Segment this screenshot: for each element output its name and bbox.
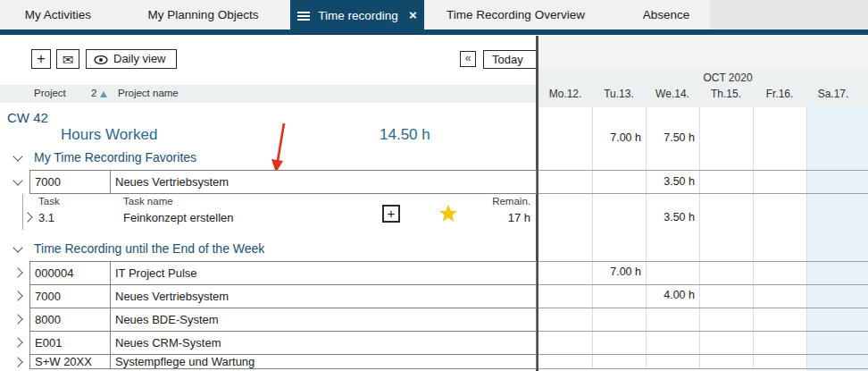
tab-time-recording-label: Time recording xyxy=(318,9,398,22)
collapse-week-section-icon[interactable] xyxy=(13,242,22,252)
eye-icon xyxy=(94,55,108,65)
row-day-values: 7.00 h xyxy=(0,266,868,282)
tab-absence[interactable]: Absence xyxy=(607,0,725,30)
task-row-day-values: 3.50 h xyxy=(0,211,868,227)
row-day-values xyxy=(0,356,868,371)
day-header-tu: Tu.13. xyxy=(592,88,646,100)
day-header-mo: Mo.12. xyxy=(538,88,592,100)
row-day-values xyxy=(0,312,868,328)
daily-view-button[interactable]: Daily view xyxy=(86,49,177,69)
tab-my-activities[interactable]: My Activities xyxy=(0,0,116,30)
previous-period-button[interactable]: « xyxy=(460,51,476,67)
today-button[interactable]: Today xyxy=(483,50,538,69)
day-value-cell[interactable]: 7.50 h xyxy=(646,131,695,144)
tab-bar: My Activities My Planning Objects Time r… xyxy=(0,0,868,30)
day-header-fr: Fr.16. xyxy=(753,88,806,100)
favorites-row-day-values: 3.50 h xyxy=(0,175,868,191)
tab-time-recording-overview[interactable]: Time Recording Overview xyxy=(424,0,607,30)
hours-worked-day-values: 7.00 h7.50 h xyxy=(0,131,868,148)
daily-view-label: Daily view xyxy=(113,52,166,65)
row-day-values xyxy=(0,335,868,351)
tab-bar-filler xyxy=(710,0,868,30)
row-grid-line xyxy=(538,261,868,262)
close-tab-icon[interactable]: × xyxy=(409,0,417,30)
calendar-top-strip xyxy=(538,36,868,67)
row-grid-line xyxy=(538,193,868,194)
add-button[interactable]: + xyxy=(31,49,51,69)
time-recording-app: My Activities My Planning Objects Time r… xyxy=(0,0,868,371)
row-grid-line xyxy=(538,284,868,285)
favorites-section-title[interactable]: My Time Recording Favorites xyxy=(34,150,196,164)
calendar-week-label: CW 42 xyxy=(7,110,48,125)
row-day-values: 4.00 h xyxy=(0,289,868,305)
table-header-band xyxy=(0,85,536,103)
week-section-title[interactable]: Time Recording until the End of the Week xyxy=(34,241,264,256)
task-name-column-header: Task name xyxy=(123,196,173,207)
red-annotation-arrow xyxy=(266,122,293,175)
day-header-we: We.14. xyxy=(646,88,699,100)
row-grid-line xyxy=(538,354,868,355)
day-value-cell[interactable]: 7.00 h xyxy=(592,131,641,144)
sort-ascending-icon xyxy=(100,91,107,97)
row-grid-line xyxy=(538,331,868,332)
month-label: OCT 2020 xyxy=(674,72,781,84)
column-header-project[interactable]: Project xyxy=(34,88,66,98)
day-value-cell[interactable]: 3.50 h xyxy=(646,211,695,223)
task-column-header: Task xyxy=(38,196,60,207)
day-header-th: Th.15. xyxy=(699,88,753,100)
row-grid-line xyxy=(538,308,868,308)
day-value-cell[interactable]: 7.00 h xyxy=(592,266,641,278)
sort-order-badge[interactable]: 2 xyxy=(91,88,96,98)
column-header-project-name[interactable]: Project name xyxy=(118,88,179,98)
hamburger-menu-icon[interactable] xyxy=(297,12,310,21)
day-header-sa: Sa.17. xyxy=(806,88,860,100)
tab-my-planning-objects[interactable]: My Planning Objects xyxy=(116,0,290,30)
tab-time-recording[interactable]: Time recording× xyxy=(290,0,424,30)
envelope-icon: ✉ xyxy=(63,52,74,67)
mail-button[interactable]: ✉ xyxy=(56,49,79,69)
collapse-favorites-icon[interactable] xyxy=(13,151,22,161)
day-value-cell[interactable]: 4.00 h xyxy=(646,289,695,301)
tab-bar-underline xyxy=(0,30,868,35)
row-grid-line xyxy=(538,170,868,171)
day-value-cell[interactable]: 3.50 h xyxy=(646,175,695,188)
